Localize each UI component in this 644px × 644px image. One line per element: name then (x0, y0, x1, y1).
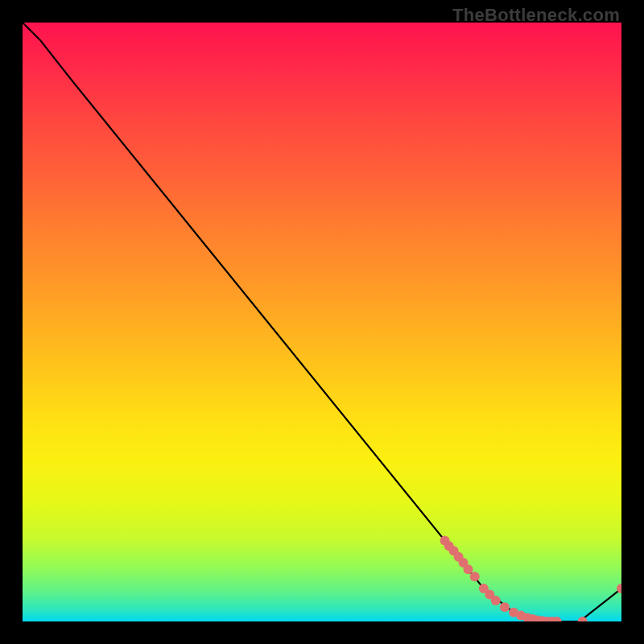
curve-line (23, 23, 621, 621)
markers-group (440, 536, 621, 621)
chart-overlay (23, 23, 621, 621)
data-point (464, 564, 473, 574)
data-point (500, 602, 510, 612)
plot-area (23, 23, 621, 621)
data-point (491, 596, 501, 605)
data-point (470, 572, 480, 581)
chart-container: TheBottleneck.com (0, 0, 644, 644)
